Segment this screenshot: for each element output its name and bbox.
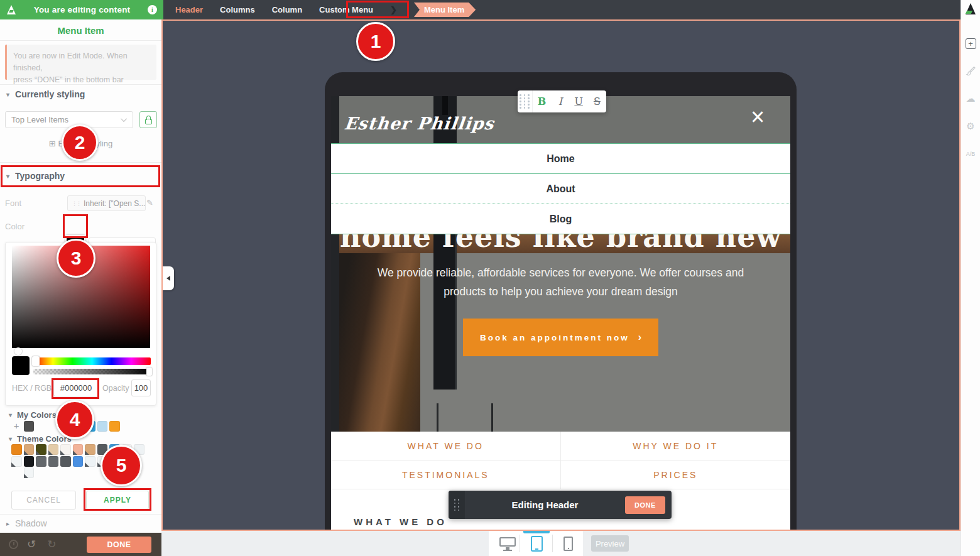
color-swatch[interactable] — [36, 444, 46, 455]
add-color-button[interactable]: + — [11, 421, 22, 432]
transparent-corner-icon — [73, 450, 77, 455]
color-swatch[interactable] — [48, 456, 59, 467]
menu-item-home[interactable]: Home — [331, 144, 790, 174]
cancel-button[interactable]: CANCEL — [11, 491, 76, 510]
saturation-handle[interactable] — [14, 347, 22, 355]
chevron-down-icon: ▾ — [9, 412, 12, 418]
annotation-rect-typography — [1, 165, 160, 187]
color-label: Color — [5, 222, 24, 231]
breadcrumb-header[interactable]: Header — [175, 5, 203, 14]
hero-paragraph[interactable]: We provide reliable, affordable services… — [359, 263, 762, 301]
tablet-device-icon-active[interactable] — [531, 536, 543, 552]
color-swatch[interactable] — [85, 444, 95, 455]
annotation-rect-menu-item-tab — [346, 1, 409, 18]
annotation-step-3: 3 — [57, 239, 95, 278]
divider — [520, 535, 520, 552]
settings-button[interactable]: ⚙ — [961, 112, 980, 140]
edit-pencil-icon[interactable]: ✎ — [146, 198, 153, 207]
color-swatch[interactable] — [11, 456, 22, 467]
color-swatch[interactable] — [109, 421, 120, 432]
shadow-section-header[interactable]: ▸ Shadow — [6, 518, 47, 528]
hue-slider-handle[interactable] — [32, 356, 40, 366]
link-why-we-do-it[interactable]: WHY WE DO IT — [561, 432, 791, 461]
underline-button[interactable]: U — [570, 95, 588, 107]
redo-icon[interactable]: ↻ — [47, 538, 56, 551]
italic-button[interactable]: I — [551, 95, 569, 107]
expand-icon: ⊞ — [49, 139, 56, 148]
theme-colors-header[interactable]: ▾ Theme Colors — [9, 434, 72, 444]
brizy-logo-icon — [965, 3, 976, 16]
link-what-we-do[interactable]: WHAT WE DO — [331, 432, 561, 461]
annotation-rect-hex-input — [52, 378, 99, 399]
color-swatch[interactable] — [60, 456, 71, 467]
sidebar-collapse-handle[interactable] — [163, 266, 174, 290]
transparent-corner-icon — [85, 450, 89, 455]
opacity-slider-handle[interactable] — [146, 368, 152, 376]
history-clock-icon[interactable] — [9, 540, 18, 549]
color-swatch[interactable] — [73, 456, 84, 467]
transparent-corner-icon — [36, 450, 40, 455]
done-button[interactable]: DONE — [87, 537, 151, 553]
color-swatch[interactable] — [24, 456, 35, 467]
color-swatch[interactable] — [11, 444, 22, 455]
color-swatch[interactable] — [24, 467, 35, 478]
font-family-input[interactable]: ⋮⋮ Inherit: ["Open S... — [67, 195, 146, 211]
desktop-device-icon[interactable] — [499, 537, 516, 547]
close-menu-icon[interactable]: × — [751, 105, 765, 129]
link-prices[interactable]: PRICES — [561, 461, 791, 489]
opacity-input[interactable]: 100 — [131, 379, 151, 396]
mobile-device-icon[interactable] — [564, 537, 573, 551]
color-swatch[interactable] — [97, 421, 108, 432]
breadcrumb-column[interactable]: Column — [272, 5, 302, 14]
info-icon[interactable]: i — [148, 5, 157, 14]
drag-handle[interactable] — [518, 90, 533, 112]
preview-button[interactable]: Preview — [591, 535, 629, 552]
color-swatch[interactable] — [48, 444, 59, 455]
arrow-right-icon: › — [638, 332, 641, 343]
breadcrumb-menu-item-active[interactable]: Menu Item — [414, 3, 476, 17]
active-device-indicator — [523, 531, 550, 533]
site-logo-text[interactable]: Esther Phillips — [343, 114, 495, 133]
breadcrumb: Header Columns Column Custom Menu ❯ Menu… — [175, 0, 476, 19]
divider — [0, 162, 161, 163]
menu-item-about[interactable]: About — [331, 174, 790, 204]
editor-canvas: home feels like brand new We provide rel… — [161, 19, 961, 531]
color-swatch[interactable] — [60, 444, 71, 455]
top-level-items-dropdown[interactable]: Top Level Items — [5, 111, 133, 128]
editing-header-done-button[interactable]: DONE — [625, 496, 665, 514]
book-appointment-button[interactable]: Book an appointment now › — [463, 319, 658, 356]
currently-styling-header[interactable]: ▾ Currently styling — [6, 89, 85, 99]
annotation-step-4: 4 — [55, 400, 94, 439]
color-swatch[interactable] — [36, 456, 46, 467]
drag-handle[interactable] — [449, 491, 465, 519]
site-preview-screen: home feels like brand new We provide rel… — [331, 96, 790, 531]
color-swatch[interactable] — [85, 456, 95, 467]
transparent-corner-icon — [85, 462, 89, 467]
ab-testing-button[interactable]: A/B — [961, 140, 980, 168]
transparent-corner-icon — [24, 450, 28, 455]
triangle-left-icon — [166, 276, 170, 281]
editing-header-label: Editing Header — [465, 499, 625, 510]
my-colors-header[interactable]: ▾ My Colors — [9, 410, 57, 420]
hue-slider[interactable] — [33, 357, 151, 365]
breadcrumb-columns[interactable]: Columns — [220, 5, 255, 14]
cloud-sync-button[interactable]: ☁ — [961, 85, 980, 112]
menu-item-blog[interactable]: Blog — [331, 204, 790, 234]
transparent-corner-icon — [48, 450, 53, 455]
edit-mode-notice: You are now in Edit Mode. When finished,… — [5, 45, 156, 80]
lock-button[interactable] — [139, 111, 157, 128]
undo-icon[interactable]: ↺ — [27, 538, 36, 551]
color-swatch[interactable] — [24, 444, 35, 455]
opacity-slider[interactable] — [33, 369, 151, 374]
color-swatch[interactable] — [73, 444, 84, 455]
theme-colors-row-3[interactable] — [11, 467, 34, 478]
styling-brush-button[interactable] — [961, 57, 980, 85]
divider — [0, 514, 161, 515]
dark-edge — [331, 96, 339, 143]
color-swatch[interactable] — [24, 421, 35, 432]
link-testimonials[interactable]: TESTIMONIALS — [331, 461, 561, 489]
bold-button[interactable]: B — [533, 95, 551, 107]
strikethrough-button[interactable]: S — [588, 95, 606, 107]
add-elements-button[interactable]: + — [961, 30, 980, 57]
divider — [0, 40, 161, 41]
